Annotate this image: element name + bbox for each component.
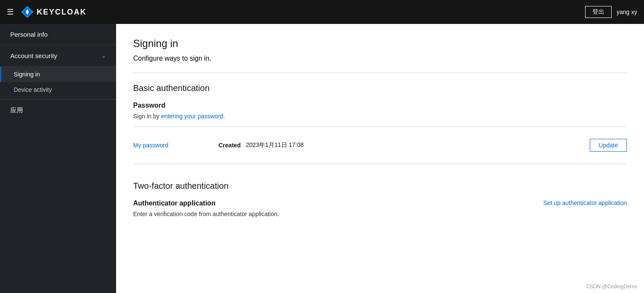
update-password-button[interactable]: Update — [590, 139, 627, 152]
menu-icon[interactable]: ☰ — [7, 7, 14, 17]
divider-2 — [133, 126, 627, 127]
chevron-down-icon: ⌄ — [102, 53, 106, 59]
password-meta: Created 2023年1月11日 17:08 — [219, 141, 590, 149]
sidebar-item-personal-info[interactable]: Personal info — [0, 24, 116, 45]
logo-text: KEYCLOAK — [37, 8, 87, 17]
username-display: yang xy — [617, 9, 637, 15]
my-password-label[interactable]: My password — [133, 142, 219, 149]
topbar-left: ☰ KEYCLOAK — [7, 5, 87, 19]
two-factor-title: Two-factor authentication — [133, 181, 627, 191]
keycloak-logo-icon — [20, 5, 34, 19]
main-content: Signing in Configure ways to sign in. Ba… — [116, 24, 644, 293]
page-title: Signing in — [133, 38, 627, 50]
desc-suffix: . — [223, 113, 225, 120]
authenticator-desc: Enter a verification code from authentic… — [133, 211, 279, 217]
configure-text: Configure ways to sign in. — [133, 55, 211, 62]
logo-container: KEYCLOAK — [20, 5, 87, 19]
logout-button[interactable]: 登出 — [585, 6, 612, 18]
authenticator-row: Authenticator application Enter a verifi… — [133, 199, 627, 217]
desc-prefix: Sign in by — [133, 113, 161, 120]
basic-auth-title: Basic authentication — [133, 83, 627, 93]
authenticator-title: Authenticator application — [133, 199, 279, 207]
divider-1 — [133, 73, 627, 73]
sidebar-item-account-security[interactable]: Account security ⌄ — [0, 45, 116, 67]
topbar: ☰ KEYCLOAK 登出 yang xy — [0, 0, 644, 24]
password-section-title: Password — [133, 102, 627, 109]
created-value: 2023年1月11日 17:08 — [246, 141, 303, 149]
configure-description: Configure ways to sign in. — [133, 55, 627, 62]
sidebar: Personal info Account security ⌄ Signing… — [0, 24, 116, 293]
divider-3 — [133, 164, 627, 164]
password-row: My password Created 2023年1月11日 17:08 Upd… — [133, 134, 627, 157]
sidebar-item-apps[interactable]: 应用 — [0, 99, 116, 121]
topbar-right: 登出 yang xy — [585, 6, 637, 18]
entering-password-link[interactable]: entering your password — [161, 113, 223, 120]
setup-authenticator-link[interactable]: Set up authenticator application — [543, 199, 627, 206]
authenticator-info: Authenticator application Enter a verifi… — [133, 199, 279, 217]
sidebar-subitem-device-activity[interactable]: Device activity — [0, 82, 116, 97]
created-key: Created — [219, 142, 241, 149]
watermark: CSDN @CodingDemo — [586, 284, 637, 290]
two-factor-section: Two-factor authentication Authenticator … — [133, 181, 627, 217]
sidebar-subitem-signing-in[interactable]: Signing in — [0, 67, 116, 82]
layout: Personal info Account security ⌄ Signing… — [0, 24, 644, 293]
password-section-desc: Sign in by entering your password. — [133, 113, 627, 120]
